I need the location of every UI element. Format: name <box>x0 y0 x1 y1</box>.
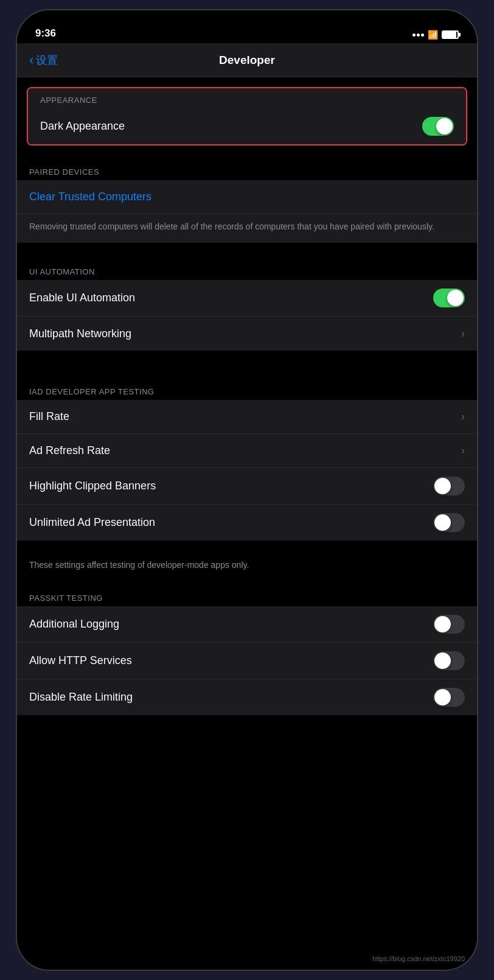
multipath-networking-row[interactable]: Multipath Networking › <box>17 317 477 351</box>
paired-devices-description: Removing trusted computers will delete a… <box>17 214 477 243</box>
multipath-networking-label: Multipath Networking <box>29 327 131 340</box>
spacer-1 <box>17 145 477 155</box>
highlight-clipped-banners-toggle[interactable] <box>433 477 465 495</box>
additional-logging-row[interactable]: Additional Logging <box>17 606 477 643</box>
iad-spacer <box>17 363 477 375</box>
back-button[interactable]: ‹ 设置 <box>29 53 58 68</box>
fill-rate-chevron-icon: › <box>461 410 465 423</box>
multipath-chevron-icon: › <box>461 327 465 340</box>
dark-appearance-row[interactable]: Dark Appearance <box>28 108 466 144</box>
enable-ui-automation-row[interactable]: Enable UI Automation <box>17 280 477 317</box>
ui-automation-header: UI AUTOMATION <box>17 255 477 280</box>
unlimited-ad-presentation-label: Unlimited Ad Presentation <box>29 516 155 529</box>
allow-http-services-toggle[interactable] <box>433 651 465 670</box>
unlimited-ad-presentation-toggle[interactable] <box>433 513 465 532</box>
passkit-testing-section: PASSKIT TESTING Additional Logging Allow… <box>17 581 477 715</box>
enable-ui-automation-label: Enable UI Automation <box>29 292 135 304</box>
battery-icon <box>442 30 459 39</box>
additional-logging-toggle[interactable] <box>433 615 465 634</box>
watermark: https://blog.csdn.net/zxtc19920 <box>372 955 465 962</box>
status-time: 9:36 <box>35 27 56 40</box>
iad-testing-section: IAD DEVELOPER APP TESTING Fill Rate › Ad… <box>17 363 477 581</box>
dark-appearance-toggle[interactable] <box>422 117 454 136</box>
iad-testing-footer: These settings affect testing of develop… <box>17 553 477 581</box>
disable-rate-limiting-toggle[interactable] <box>433 688 465 707</box>
clear-trusted-computers-row[interactable]: Clear Trusted Computers <box>17 180 477 214</box>
phone-container: 9:36 📶 ‹ 设置 Developer APPEARANCE <box>16 9 478 971</box>
disable-rate-limiting-label: Disable Rate Limiting <box>29 691 133 704</box>
allow-http-services-row[interactable]: Allow HTTP Services <box>17 643 477 679</box>
dark-appearance-label: Dark Appearance <box>40 120 125 133</box>
appearance-card: Dark Appearance <box>28 108 466 144</box>
ui-automation-section: UI AUTOMATION Enable UI Automation Multi… <box>17 255 477 351</box>
passkit-testing-card: Additional Logging Allow HTTP Services D… <box>17 606 477 715</box>
signal-icon <box>412 33 424 37</box>
paired-devices-card: Clear Trusted Computers Removing trusted… <box>17 180 477 243</box>
wifi-icon: 📶 <box>428 30 438 40</box>
page-title: Developer <box>219 54 275 67</box>
content-scroll[interactable]: APPEARANCE Dark Appearance PAIRED DEVICE… <box>17 77 477 971</box>
nav-bar: ‹ 设置 Developer <box>17 43 477 77</box>
ui-automation-card: Enable UI Automation Multipath Networkin… <box>17 280 477 351</box>
notch <box>198 10 296 31</box>
iad-testing-card: Fill Rate › Ad Refresh Rate › Highlight … <box>17 400 477 541</box>
status-icons: 📶 <box>412 30 459 40</box>
fill-rate-row[interactable]: Fill Rate › <box>17 400 477 434</box>
chevron-left-icon: ‹ <box>29 54 33 67</box>
paired-devices-header: PAIRED DEVICES <box>17 155 477 180</box>
highlight-clipped-banners-row[interactable]: Highlight Clipped Banners <box>17 468 477 505</box>
clear-trusted-computers-label: Clear Trusted Computers <box>29 191 151 203</box>
ad-refresh-rate-row[interactable]: Ad Refresh Rate › <box>17 434 477 468</box>
ad-refresh-rate-chevron-icon: › <box>461 444 465 457</box>
iad-testing-header: IAD DEVELOPER APP TESTING <box>17 375 477 400</box>
ad-refresh-rate-label: Ad Refresh Rate <box>29 444 110 457</box>
appearance-header: APPEARANCE <box>28 88 466 108</box>
passkit-testing-header: PASSKIT TESTING <box>17 581 477 606</box>
allow-http-services-label: Allow HTTP Services <box>29 654 132 667</box>
back-label: 设置 <box>36 53 58 68</box>
appearance-section-highlighted: APPEARANCE Dark Appearance <box>27 87 467 145</box>
enable-ui-automation-toggle[interactable] <box>433 289 465 307</box>
disable-rate-limiting-row[interactable]: Disable Rate Limiting <box>17 679 477 715</box>
fill-rate-label: Fill Rate <box>29 410 69 423</box>
paired-devices-section: PAIRED DEVICES Clear Trusted Computers R… <box>17 155 477 243</box>
unlimited-ad-presentation-row[interactable]: Unlimited Ad Presentation <box>17 505 477 541</box>
additional-logging-label: Additional Logging <box>29 618 119 631</box>
highlight-clipped-banners-label: Highlight Clipped Banners <box>29 480 156 492</box>
